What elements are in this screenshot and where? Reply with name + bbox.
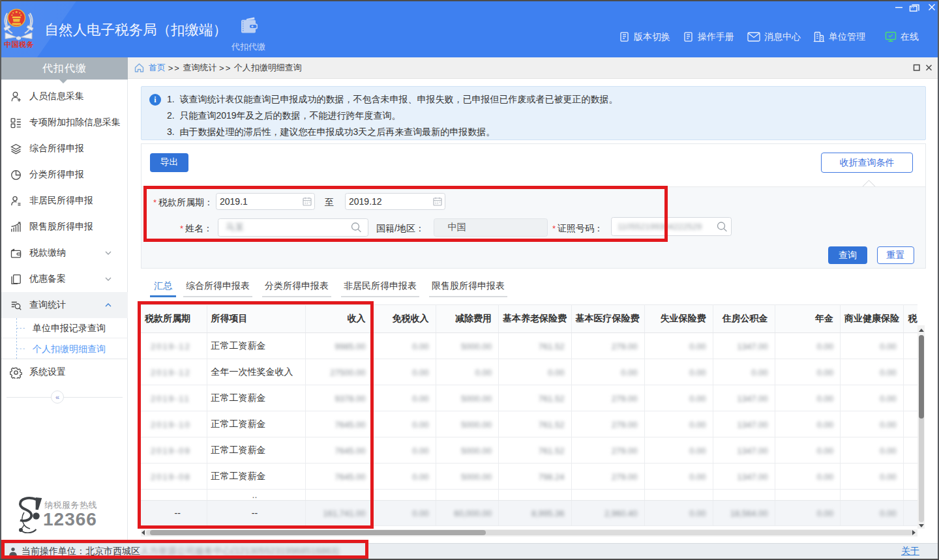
svg-text:中国税务: 中国税务 — [4, 40, 34, 48]
